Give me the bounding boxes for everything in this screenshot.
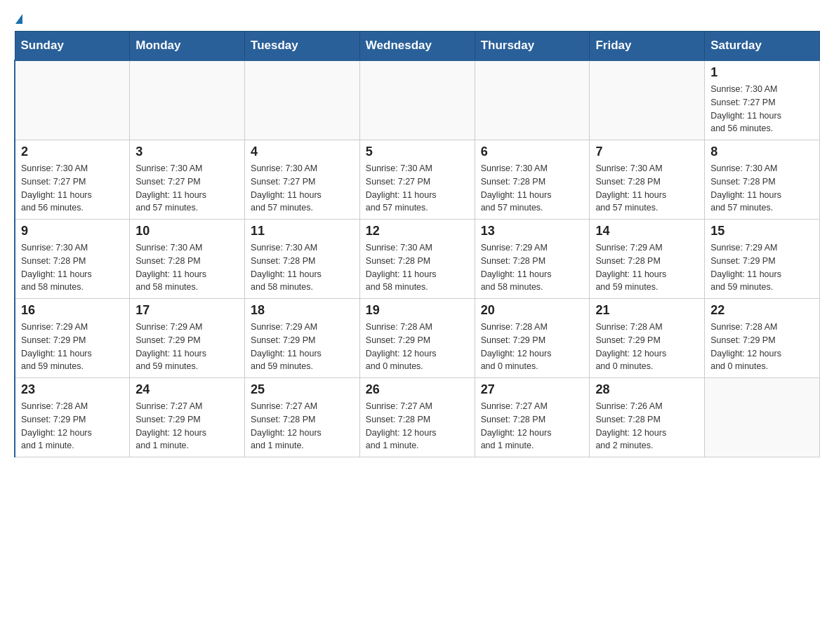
day-number: 15 [710, 224, 814, 239]
day-info: Sunrise: 7:26 AM Sunset: 7:28 PM Dayligh… [595, 400, 699, 452]
calendar-cell: 26Sunrise: 7:27 AM Sunset: 7:28 PM Dayli… [359, 378, 475, 457]
day-info: Sunrise: 7:30 AM Sunset: 7:28 PM Dayligh… [135, 241, 239, 294]
day-info: Sunrise: 7:29 AM Sunset: 7:28 PM Dayligh… [595, 241, 699, 294]
calendar-week-row: 2Sunrise: 7:30 AM Sunset: 7:27 PM Daylig… [15, 140, 820, 220]
calendar-cell: 12Sunrise: 7:30 AM Sunset: 7:28 PM Dayli… [359, 220, 475, 299]
calendar-cell: 4Sunrise: 7:30 AM Sunset: 7:27 PM Daylig… [245, 140, 360, 220]
calendar-week-row: 9Sunrise: 7:30 AM Sunset: 7:28 PM Daylig… [15, 220, 820, 299]
day-number: 18 [251, 303, 354, 318]
calendar-week-row: 23Sunrise: 7:28 AM Sunset: 7:29 PM Dayli… [15, 378, 820, 457]
calendar-cell: 20Sunrise: 7:28 AM Sunset: 7:29 PM Dayli… [475, 299, 590, 378]
day-number: 19 [366, 303, 469, 318]
day-number: 23 [21, 382, 124, 397]
calendar-cell: 25Sunrise: 7:27 AM Sunset: 7:28 PM Dayli… [245, 378, 360, 457]
weekday-header-tuesday: Tuesday [245, 32, 360, 61]
day-number: 9 [21, 224, 124, 239]
calendar-header: SundayMondayTuesdayWednesdayThursdayFrid… [15, 32, 820, 61]
calendar-cell [15, 60, 130, 140]
day-info: Sunrise: 7:27 AM Sunset: 7:29 PM Dayligh… [135, 400, 239, 452]
calendar-cell: 11Sunrise: 7:30 AM Sunset: 7:28 PM Dayli… [245, 220, 360, 299]
day-number: 27 [481, 382, 584, 397]
day-info: Sunrise: 7:30 AM Sunset: 7:27 PM Dayligh… [135, 162, 239, 215]
day-number: 25 [251, 382, 354, 397]
weekday-header-sunday: Sunday [15, 32, 130, 61]
weekday-header-thursday: Thursday [475, 32, 590, 61]
calendar-cell: 15Sunrise: 7:29 AM Sunset: 7:29 PM Dayli… [705, 220, 820, 299]
day-number: 21 [595, 303, 699, 318]
day-number: 14 [595, 224, 699, 239]
day-info: Sunrise: 7:29 AM Sunset: 7:29 PM Dayligh… [251, 321, 354, 373]
day-info: Sunrise: 7:30 AM Sunset: 7:28 PM Dayligh… [595, 162, 699, 215]
calendar-cell [245, 60, 360, 140]
day-info: Sunrise: 7:29 AM Sunset: 7:28 PM Dayligh… [481, 241, 584, 294]
weekday-header-saturday: Saturday [705, 32, 820, 61]
day-info: Sunrise: 7:28 AM Sunset: 7:29 PM Dayligh… [710, 321, 814, 373]
day-info: Sunrise: 7:28 AM Sunset: 7:29 PM Dayligh… [595, 321, 699, 373]
calendar-cell: 14Sunrise: 7:29 AM Sunset: 7:28 PM Dayli… [590, 220, 705, 299]
day-info: Sunrise: 7:27 AM Sunset: 7:28 PM Dayligh… [251, 400, 354, 452]
calendar-cell: 21Sunrise: 7:28 AM Sunset: 7:29 PM Dayli… [590, 299, 705, 378]
calendar-cell: 1Sunrise: 7:30 AM Sunset: 7:27 PM Daylig… [705, 60, 820, 140]
calendar-cell: 7Sunrise: 7:30 AM Sunset: 7:28 PM Daylig… [590, 140, 705, 220]
day-number: 17 [135, 303, 239, 318]
calendar-cell [359, 60, 475, 140]
day-info: Sunrise: 7:29 AM Sunset: 7:29 PM Dayligh… [135, 321, 239, 373]
day-number: 11 [251, 224, 354, 239]
day-number: 26 [366, 382, 469, 397]
day-info: Sunrise: 7:28 AM Sunset: 7:29 PM Dayligh… [481, 321, 584, 373]
logo-triangle-icon [15, 14, 22, 24]
calendar-cell: 28Sunrise: 7:26 AM Sunset: 7:28 PM Dayli… [590, 378, 705, 457]
day-number: 8 [710, 145, 814, 159]
day-info: Sunrise: 7:28 AM Sunset: 7:29 PM Dayligh… [366, 321, 469, 373]
calendar-cell: 6Sunrise: 7:30 AM Sunset: 7:28 PM Daylig… [475, 140, 590, 220]
calendar-cell [130, 60, 245, 140]
day-number: 22 [710, 303, 814, 318]
day-info: Sunrise: 7:30 AM Sunset: 7:28 PM Dayligh… [481, 162, 584, 215]
calendar-cell: 18Sunrise: 7:29 AM Sunset: 7:29 PM Dayli… [245, 299, 360, 378]
weekday-header-row: SundayMondayTuesdayWednesdayThursdayFrid… [15, 32, 820, 61]
day-info: Sunrise: 7:30 AM Sunset: 7:28 PM Dayligh… [251, 241, 354, 294]
day-info: Sunrise: 7:30 AM Sunset: 7:28 PM Dayligh… [710, 162, 814, 215]
calendar-cell: 19Sunrise: 7:28 AM Sunset: 7:29 PM Dayli… [359, 299, 475, 378]
day-info: Sunrise: 7:27 AM Sunset: 7:28 PM Dayligh… [366, 400, 469, 452]
day-number: 4 [251, 145, 354, 159]
day-number: 2 [21, 145, 124, 159]
calendar-cell: 22Sunrise: 7:28 AM Sunset: 7:29 PM Dayli… [705, 299, 820, 378]
day-info: Sunrise: 7:30 AM Sunset: 7:28 PM Dayligh… [366, 241, 469, 294]
calendar-week-row: 16Sunrise: 7:29 AM Sunset: 7:29 PM Dayli… [15, 299, 820, 378]
calendar-cell: 3Sunrise: 7:30 AM Sunset: 7:27 PM Daylig… [130, 140, 245, 220]
day-info: Sunrise: 7:27 AM Sunset: 7:28 PM Dayligh… [481, 400, 584, 452]
day-number: 5 [366, 145, 469, 159]
weekday-header-friday: Friday [590, 32, 705, 61]
calendar-cell [590, 60, 705, 140]
calendar-cell: 10Sunrise: 7:30 AM Sunset: 7:28 PM Dayli… [130, 220, 245, 299]
day-number: 10 [135, 224, 239, 239]
calendar-cell: 5Sunrise: 7:30 AM Sunset: 7:27 PM Daylig… [359, 140, 475, 220]
day-number: 20 [481, 303, 584, 318]
calendar-week-row: 1Sunrise: 7:30 AM Sunset: 7:27 PM Daylig… [15, 60, 820, 140]
weekday-header-monday: Monday [130, 32, 245, 61]
day-info: Sunrise: 7:30 AM Sunset: 7:27 PM Dayligh… [366, 162, 469, 215]
calendar-cell: 16Sunrise: 7:29 AM Sunset: 7:29 PM Dayli… [15, 299, 130, 378]
calendar-cell [475, 60, 590, 140]
day-info: Sunrise: 7:30 AM Sunset: 7:27 PM Dayligh… [21, 162, 124, 215]
calendar-cell: 23Sunrise: 7:28 AM Sunset: 7:29 PM Dayli… [15, 378, 130, 457]
day-info: Sunrise: 7:29 AM Sunset: 7:29 PM Dayligh… [710, 241, 814, 294]
page-header [14, 14, 820, 24]
calendar-cell: 8Sunrise: 7:30 AM Sunset: 7:28 PM Daylig… [705, 140, 820, 220]
day-info: Sunrise: 7:28 AM Sunset: 7:29 PM Dayligh… [21, 400, 124, 452]
day-info: Sunrise: 7:30 AM Sunset: 7:28 PM Dayligh… [21, 241, 124, 294]
day-info: Sunrise: 7:30 AM Sunset: 7:27 PM Dayligh… [710, 83, 814, 135]
day-number: 13 [481, 224, 584, 239]
day-number: 6 [481, 145, 584, 159]
weekday-header-wednesday: Wednesday [359, 32, 475, 61]
calendar-cell: 2Sunrise: 7:30 AM Sunset: 7:27 PM Daylig… [15, 140, 130, 220]
calendar-cell: 17Sunrise: 7:29 AM Sunset: 7:29 PM Dayli… [130, 299, 245, 378]
day-number: 12 [366, 224, 469, 239]
calendar-table: SundayMondayTuesdayWednesdayThursdayFrid… [14, 31, 820, 457]
day-number: 16 [21, 303, 124, 318]
day-number: 3 [135, 145, 239, 159]
day-info: Sunrise: 7:29 AM Sunset: 7:29 PM Dayligh… [21, 321, 124, 373]
day-number: 28 [595, 382, 699, 397]
calendar-cell [705, 378, 820, 457]
